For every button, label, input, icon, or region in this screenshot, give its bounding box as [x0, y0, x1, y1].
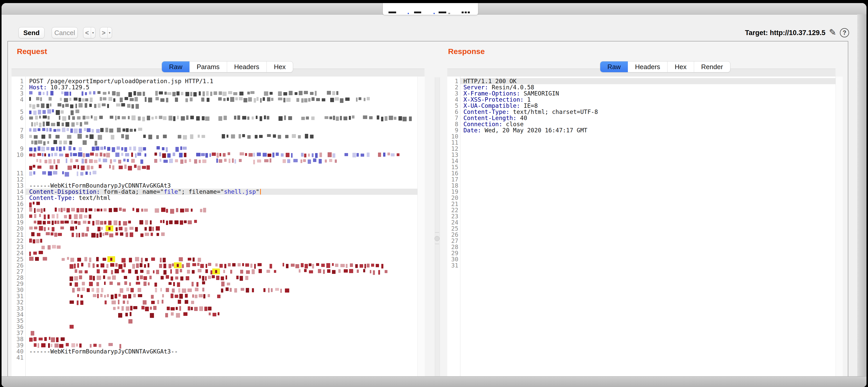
redacted-text [36, 158, 336, 164]
cropped-glyph-icon [414, 11, 421, 13]
editor-line: Server: Resin/4.0.58 [463, 84, 534, 90]
redacted-text [29, 109, 78, 115]
redacted-text [29, 201, 36, 207]
editor-line: Content-Type: text/html; charset=UTF-8 [463, 109, 598, 115]
cancel-button[interactable]: Cancel [52, 27, 78, 38]
editor-line: Content-Length: 40 [463, 115, 527, 121]
tab-headers[interactable]: Headers [227, 61, 267, 72]
chevron-left-icon: < [83, 27, 91, 38]
search-highlight [174, 262, 182, 268]
redacted-text [31, 140, 98, 146]
editor-line: X-UA-Compatible: IE=8 [463, 102, 538, 109]
line-number: 21 [11, 232, 24, 238]
response-editor[interactable]: 1HTTP/1.1 200 OK2Server: Resin/4.0.583X-… [447, 77, 836, 377]
redacted-text [29, 336, 65, 342]
window-right-edge [857, 14, 866, 376]
redacted-text [29, 152, 397, 158]
redacted-text [69, 324, 73, 330]
cropped-blue-dot [433, 13, 435, 14]
line-number: 29 [447, 250, 458, 256]
chevron-down-icon[interactable]: ▾ [107, 27, 112, 38]
prev-request-button[interactable]: < ▾ [83, 27, 95, 38]
line-number: 9 [11, 146, 24, 152]
tab-render[interactable]: Render [694, 61, 730, 72]
cropped-glyph-icon [389, 11, 396, 13]
target-label: Target: http://10.37.129.5 [745, 29, 826, 37]
app-window: Send Cancel < ▾ > ▾ Target: http://10.37… [2, 3, 866, 387]
line-number: 31 [447, 262, 458, 268]
line-number: 32 [11, 299, 24, 305]
pencil-icon[interactable]: ✎ [829, 27, 837, 37]
cropped-background-window [382, 3, 478, 15]
line-number: 11 [447, 140, 458, 146]
chevron-right-icon: > [100, 27, 107, 38]
line-number: 5 [447, 102, 458, 109]
redacted-text [29, 256, 198, 262]
divider-handle-icon[interactable] [435, 236, 440, 241]
line-number: 1 [11, 78, 24, 84]
window-bottom-edge [2, 376, 866, 387]
send-button[interactable]: Send [19, 27, 44, 38]
line-number: 7 [11, 127, 24, 133]
line-number: 27 [447, 238, 458, 244]
line-number: 28 [11, 275, 24, 281]
redacted-text [29, 250, 41, 256]
line-number: 13 [11, 182, 24, 189]
help-icon[interactable]: ? [840, 28, 849, 37]
line-number: 6 [447, 109, 458, 115]
redacted-text [29, 90, 339, 96]
response-scrollbar[interactable] [836, 77, 843, 377]
line-number: 36 [11, 324, 24, 330]
line-number: 26 [11, 262, 24, 268]
line-number: 25 [447, 226, 458, 232]
editor-line: Connection: close [463, 121, 524, 127]
line-number: 11 [11, 170, 24, 176]
panel-divider[interactable] [435, 77, 440, 376]
line-number: 18 [11, 213, 24, 219]
redacted-text [77, 293, 220, 299]
line-number: 37 [11, 330, 24, 336]
next-request-button[interactable]: > ▾ [100, 27, 112, 38]
search-highlight [212, 268, 220, 274]
redacted-text [128, 318, 131, 324]
chevron-down-icon[interactable]: ▾ [91, 27, 95, 38]
line-number: 30 [11, 287, 24, 293]
redacted-text [118, 311, 220, 318]
redacted-text [41, 244, 62, 250]
line-number: 8 [11, 133, 24, 140]
line-number: 39 [11, 342, 24, 348]
tab-params[interactable]: Params [189, 61, 227, 72]
redacted-text [69, 275, 249, 281]
line-number: 2 [11, 84, 24, 90]
tab-hex[interactable]: Hex [668, 61, 694, 72]
tab-raw[interactable]: Raw [600, 61, 628, 72]
redacted-text [29, 238, 52, 244]
line-number: 17 [447, 176, 458, 182]
tab-raw[interactable]: Raw [162, 61, 189, 72]
request-scrollbar[interactable] [417, 77, 425, 377]
line-number: 40 [11, 348, 24, 355]
repeater-panel: Request RawParamsHeadersHex 1POST /page/… [7, 41, 848, 377]
line-number: 10 [11, 152, 24, 158]
tab-headers[interactable]: Headers [628, 61, 668, 72]
line-number: 34 [11, 311, 24, 318]
line-number: 6 [11, 115, 24, 121]
line-number: 12 [447, 146, 458, 152]
line-number: 14 [447, 158, 458, 164]
cropped-ellipsis-icon [468, 11, 470, 13]
redacted-text [29, 127, 144, 133]
line-number: 23 [11, 244, 24, 250]
editor-line: Content-Type: text/html [29, 195, 111, 201]
line-number: 3 [447, 90, 458, 96]
response-tabs: RawHeadersHexRender [600, 61, 731, 72]
redacted-text [113, 305, 210, 311]
selected-line-highlight [460, 78, 836, 84]
redacted-text [69, 281, 238, 287]
cropped-ellipsis-icon [462, 11, 464, 13]
line-number: 13 [447, 152, 458, 158]
line-number: 2 [447, 84, 458, 90]
request-editor[interactable]: 1POST /page/exportImport/uploadOperation… [11, 77, 417, 377]
redacted-text [29, 146, 185, 152]
redacted-text [29, 164, 147, 170]
tab-hex[interactable]: Hex [267, 61, 293, 72]
